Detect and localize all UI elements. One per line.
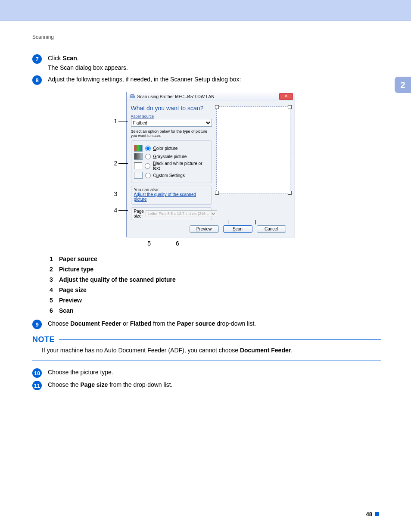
- t: .: [77, 55, 79, 62]
- page-size-row: Page size: Letter Plus 8.5 x 12.7 inches…: [131, 207, 212, 220]
- also-label: You can also:: [134, 187, 209, 192]
- step-7: 7 Click Scan. The Scan dialog box appear…: [32, 54, 381, 72]
- callout-line: [228, 220, 228, 224]
- scan-button[interactable]: Scan: [223, 225, 252, 233]
- bottom-callouts: 5 6: [44, 240, 212, 247]
- radio-custom[interactable]: [145, 173, 151, 178]
- t: .: [291, 347, 293, 354]
- page-size-label: Page size:: [134, 209, 144, 218]
- callout-list: Paper source Picture type Adjust the qua…: [50, 255, 381, 314]
- list-item: Page size: [50, 286, 381, 293]
- b: Scan: [62, 55, 77, 62]
- step-10: 10 Choose the picture type.: [32, 368, 381, 378]
- color-icon: [134, 145, 143, 152]
- note-rule: [32, 361, 381, 361]
- radio-bw[interactable]: [145, 163, 150, 169]
- dialog-heading: What do you want to scan?: [131, 105, 212, 112]
- callout-5: 5: [147, 240, 151, 247]
- close-button[interactable]: ✕: [279, 93, 293, 100]
- paper-source-select[interactable]: Flatbed: [131, 119, 212, 127]
- svg-rect-0: [130, 96, 134, 98]
- bw-icon: [134, 162, 142, 169]
- adjust-quality-link[interactable]: Adjust the quality of the scanned pictur…: [134, 192, 196, 202]
- gray-icon: [134, 153, 143, 160]
- crop-handle[interactable]: [215, 191, 219, 195]
- step-9: 9 Choose Document Feeder or Flatbed from…: [32, 319, 381, 329]
- callout-line: [118, 121, 128, 121]
- scanner-dialog: Scan using Brother MFC-J4510DW LAN ✕ Wha…: [126, 92, 295, 237]
- step-text: Choose Document Feeder or Flatbed from t…: [48, 319, 381, 329]
- note-rule: [59, 339, 381, 340]
- opt-color[interactable]: CColor pictureolor picture: [134, 145, 209, 152]
- note-body: If your machine has no Auto Document Fee…: [42, 346, 381, 355]
- top-band: [0, 0, 411, 21]
- b: Page size: [81, 381, 108, 388]
- paper-source-label: Paper source: [131, 114, 212, 118]
- preview-canvas[interactable]: [216, 106, 290, 193]
- step-text: Choose the Page size from the drop-down …: [48, 380, 381, 390]
- custom-icon: [134, 172, 143, 179]
- crop-handle[interactable]: [288, 191, 292, 195]
- opt-custom[interactable]: Custom Settings: [134, 172, 209, 179]
- t: The Scan dialog box appears.: [48, 64, 128, 71]
- running-header: Scanning: [32, 34, 381, 40]
- page-size-select[interactable]: Letter Plus 8.5 x 12.7 inches (216…: [146, 210, 217, 217]
- t: Click: [48, 55, 62, 62]
- radio-color[interactable]: [145, 146, 151, 151]
- b: Document Feeder: [240, 347, 291, 354]
- radio-label: Black and white picture or text: [153, 161, 209, 171]
- step-11: 11 Choose the Page size from the drop-do…: [32, 380, 381, 390]
- step-badge: 9: [32, 320, 42, 329]
- crop-handle[interactable]: [215, 105, 219, 109]
- scanner-icon: [129, 93, 135, 100]
- b: Document Feeder: [70, 320, 121, 327]
- select-prompt: Select an option below for the type of p…: [131, 129, 212, 138]
- t: Choose the: [48, 381, 81, 388]
- callout-1: 1: [114, 118, 118, 124]
- step-badge: 8: [32, 75, 42, 85]
- opt-bw[interactable]: Black and white picture or text: [134, 161, 209, 171]
- callout-line: [118, 210, 128, 211]
- t: or: [121, 320, 130, 327]
- t: from the: [151, 320, 177, 327]
- t: from the drop-down list.: [108, 381, 172, 388]
- picture-type-group: CColor pictureolor picture Grayscale pic…: [131, 140, 212, 183]
- step-text: Click Scan. The Scan dialog box appears.: [48, 54, 381, 72]
- dialog-titlebar: Scan using Brother MFC-J4510DW LAN ✕: [127, 92, 295, 101]
- cancel-button[interactable]: Cancel: [257, 225, 286, 233]
- list-item: Adjust the quality of the scanned pictur…: [50, 276, 381, 283]
- scanner-dialog-figure: Scan using Brother MFC-J4510DW LAN ✕ Wha…: [114, 92, 299, 237]
- callout-line: [118, 194, 128, 194]
- step-8: 8 Adjust the following settings, if need…: [32, 75, 381, 85]
- callout-6: 6: [176, 240, 179, 247]
- svg-rect-1: [131, 95, 134, 96]
- b: Flatbed: [130, 320, 152, 327]
- radio-gray[interactable]: [145, 154, 151, 159]
- page-number: 48: [32, 511, 381, 517]
- t: Choose: [48, 320, 70, 327]
- crop-handle[interactable]: [288, 105, 292, 109]
- callout-2: 2: [114, 160, 118, 167]
- step-badge: 10: [32, 368, 42, 378]
- b: Paper source: [177, 320, 215, 327]
- step-badge: 11: [32, 381, 42, 390]
- t: drop-down list.: [215, 320, 256, 327]
- callout-4: 4: [114, 207, 118, 214]
- list-item: Paper source: [50, 255, 381, 262]
- note-block: NOTE If your machine has no Auto Documen…: [32, 335, 381, 361]
- also-group: You can also: Adjust the quality of the …: [131, 186, 212, 205]
- callout-3: 3: [114, 190, 118, 197]
- dialog-title: Scan using Brother MFC-J4510DW LAN: [137, 94, 215, 99]
- preview-button[interactable]: Preview: [190, 225, 219, 233]
- opt-gray[interactable]: Grayscale picture: [134, 153, 209, 160]
- radio-label: Grayscale picture: [153, 154, 187, 159]
- step-text: Choose the picture type.: [48, 368, 381, 377]
- step-text: Adjust the following settings, if needed…: [48, 75, 381, 84]
- list-item: Preview: [50, 297, 381, 304]
- list-item: Scan: [50, 307, 381, 314]
- list-item: Picture type: [50, 266, 381, 273]
- callout-line: [255, 220, 256, 224]
- step-badge: 7: [32, 54, 42, 64]
- radio-label: CColor pictureolor picture: [153, 146, 178, 151]
- t: If your machine has no Auto Document Fee…: [42, 347, 240, 354]
